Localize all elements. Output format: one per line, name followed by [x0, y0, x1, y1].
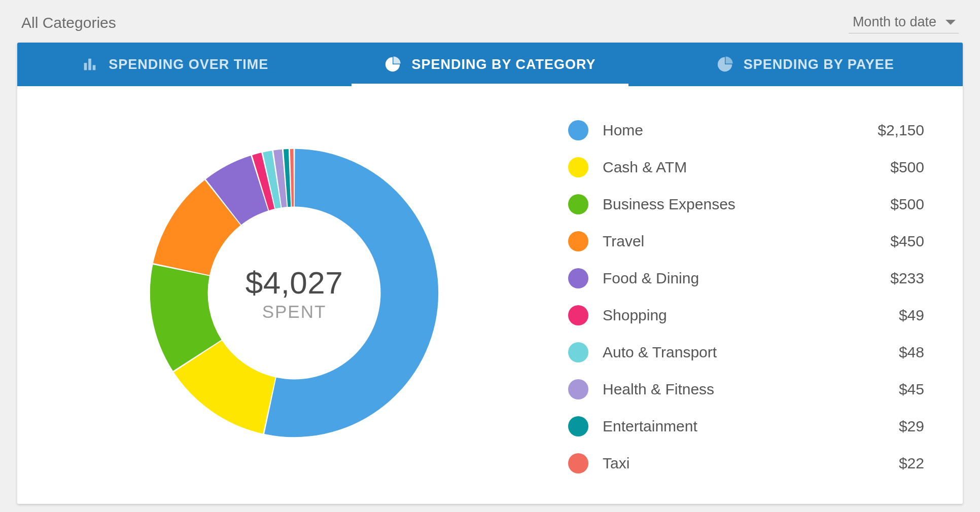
legend-amount: $29	[848, 418, 924, 435]
legend-label: Taxi	[603, 455, 848, 472]
legend-swatch	[568, 268, 588, 288]
legend-amount: $48	[848, 344, 924, 361]
legend-amount: $2,150	[848, 122, 924, 139]
svg-rect-2	[93, 65, 96, 70]
legend-swatch	[568, 120, 588, 140]
legend-row[interactable]: Taxi$22	[568, 445, 924, 482]
legend-amount: $45	[848, 381, 924, 398]
pie-chart-icon	[716, 56, 733, 73]
tab-label: SPENDING BY CATEGORY	[411, 57, 596, 72]
breadcrumb[interactable]: All Categories	[21, 14, 116, 31]
legend-label: Cash & ATM	[603, 159, 848, 176]
legend-amount: $49	[848, 307, 924, 324]
legend-row[interactable]: Health & Fitness$45	[568, 371, 924, 408]
legend-swatch	[568, 453, 588, 473]
spending-card: SPENDING OVER TIME SPENDING BY CATEGORY	[17, 43, 963, 504]
legend-label: Food & Dining	[603, 270, 848, 287]
bar-chart-icon	[81, 56, 98, 73]
pie-chart-icon	[384, 56, 401, 73]
tab-label: SPENDING BY PAYEE	[744, 57, 894, 72]
legend-row[interactable]: Business Expenses$500	[568, 186, 924, 223]
donut-slice[interactable]	[290, 149, 294, 207]
tab-bar: SPENDING OVER TIME SPENDING BY CATEGORY	[17, 43, 963, 86]
date-range-select[interactable]: Month to date	[849, 12, 959, 33]
tab-spending-by-payee[interactable]: SPENDING BY PAYEE	[648, 43, 963, 86]
legend-swatch	[568, 305, 588, 325]
legend-row[interactable]: Food & Dining$233	[568, 260, 924, 297]
legend-swatch	[568, 379, 588, 399]
tab-spending-by-category[interactable]: SPENDING BY CATEGORY	[332, 43, 647, 86]
legend-swatch	[568, 194, 588, 214]
category-legend: Home$2,150Cash & ATM$500Business Expense…	[568, 104, 944, 482]
legend-label: Travel	[603, 233, 848, 250]
tab-label: SPENDING OVER TIME	[109, 57, 268, 72]
legend-swatch	[568, 342, 588, 362]
donut-chart-pane: $4,027 SPENT	[36, 104, 553, 482]
legend-label: Auto & Transport	[603, 344, 848, 361]
date-range-value: Month to date	[853, 14, 936, 30]
legend-amount: $500	[848, 159, 924, 176]
svg-rect-1	[88, 59, 91, 70]
tab-spending-over-time[interactable]: SPENDING OVER TIME	[17, 43, 332, 86]
donut-slice[interactable]	[264, 149, 438, 437]
donut-chart[interactable]: $4,027 SPENT	[137, 136, 451, 450]
legend-row[interactable]: Shopping$49	[568, 297, 924, 334]
legend-amount: $233	[848, 270, 924, 287]
legend-row[interactable]: Auto & Transport$48	[568, 334, 924, 371]
legend-label: Business Expenses	[603, 196, 848, 213]
legend-swatch	[568, 416, 588, 436]
legend-amount: $22	[848, 455, 924, 472]
legend-label: Health & Fitness	[603, 381, 848, 398]
legend-swatch	[568, 157, 588, 177]
legend-amount: $500	[848, 196, 924, 213]
legend-swatch	[568, 231, 588, 251]
legend-label: Entertainment	[603, 418, 848, 435]
legend-row[interactable]: Cash & ATM$500	[568, 149, 924, 186]
chevron-down-icon	[946, 20, 956, 25]
legend-row[interactable]: Travel$450	[568, 223, 924, 260]
legend-amount: $450	[848, 233, 924, 250]
legend-label: Home	[603, 122, 848, 139]
legend-row[interactable]: Entertainment$29	[568, 408, 924, 445]
legend-label: Shopping	[603, 307, 848, 324]
svg-rect-0	[84, 63, 87, 70]
legend-row[interactable]: Home$2,150	[568, 112, 924, 149]
